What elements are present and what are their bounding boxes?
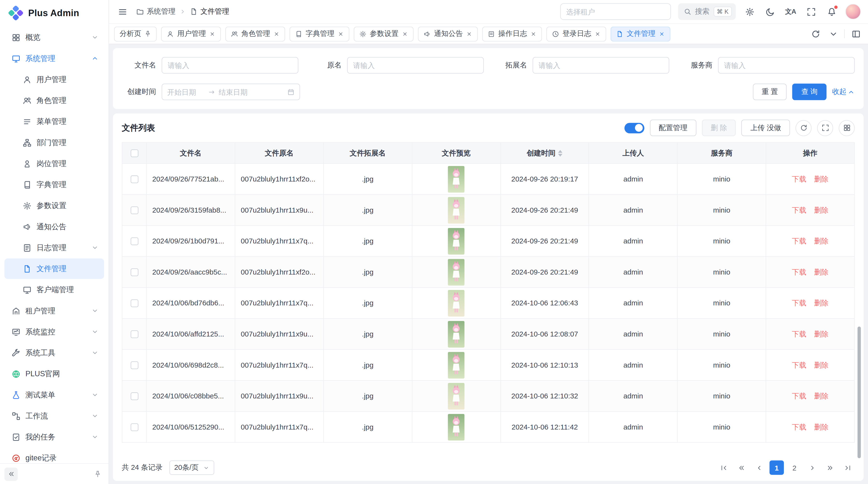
provider-input[interactable] bbox=[718, 57, 855, 73]
download-link[interactable]: 下载 bbox=[792, 267, 807, 276]
download-link[interactable]: 下载 bbox=[792, 299, 807, 307]
select-all-checkbox[interactable] bbox=[130, 150, 138, 157]
download-link[interactable]: 下载 bbox=[792, 205, 807, 214]
tab-close-button[interactable] bbox=[659, 31, 665, 37]
page-button-2[interactable]: 2 bbox=[787, 460, 802, 475]
row-checkbox[interactable] bbox=[130, 175, 138, 183]
table-scrollbar-thumb[interactable] bbox=[858, 327, 861, 458]
row-checkbox[interactable] bbox=[130, 268, 138, 276]
original-name-input[interactable] bbox=[347, 57, 484, 73]
page-size-select[interactable]: 20条/页 bbox=[169, 460, 214, 475]
file-preview-image[interactable] bbox=[448, 414, 465, 440]
download-link[interactable]: 下载 bbox=[792, 361, 807, 369]
sidebar-item-notice[interactable]: 通知公告 bbox=[4, 217, 104, 237]
download-link[interactable]: 下载 bbox=[792, 329, 807, 338]
notifications-button[interactable] bbox=[825, 4, 838, 19]
tab-close-button[interactable] bbox=[273, 31, 279, 37]
tab-close-button[interactable] bbox=[209, 31, 215, 37]
list-toggle-switch[interactable] bbox=[624, 123, 644, 133]
refresh-table-button[interactable] bbox=[796, 120, 812, 136]
config-mgmt-button[interactable]: 配置管理 bbox=[650, 120, 696, 136]
delete-link[interactable]: 删除 bbox=[814, 237, 829, 245]
global-search[interactable]: 搜索 ⌘ K bbox=[678, 3, 736, 20]
tab-notice[interactable]: 通知公告 bbox=[418, 26, 478, 41]
file-preview-image[interactable] bbox=[448, 383, 465, 409]
sidebar-item-test-menu[interactable]: 测试菜单 bbox=[4, 385, 104, 405]
tab-pin-icon[interactable] bbox=[145, 30, 151, 37]
tab-close-button[interactable] bbox=[338, 31, 344, 37]
sort-icon[interactable] bbox=[558, 150, 562, 156]
tab-op-log[interactable]: 操作日志 bbox=[482, 26, 542, 41]
next-page-button[interactable] bbox=[805, 460, 819, 475]
app-logo[interactable]: Plus Admin bbox=[0, 0, 108, 26]
file-preview-image[interactable] bbox=[448, 290, 465, 316]
delete-link[interactable]: 删除 bbox=[814, 423, 829, 431]
sidebar-item-my-tasks[interactable]: 我的任务 bbox=[4, 427, 104, 447]
dark-mode-button[interactable] bbox=[763, 4, 777, 19]
breadcrumb-item-system[interactable]: 系统管理 bbox=[136, 7, 176, 17]
sidebar-item-gitee-log[interactable]: gitee记录 bbox=[4, 448, 104, 463]
sidebar-item-overview[interactable]: 概览 bbox=[4, 27, 104, 48]
collapse-filter-button[interactable]: 收起 bbox=[832, 87, 855, 97]
delete-link[interactable]: 删除 bbox=[814, 299, 829, 307]
sidebar-item-system-mgmt[interactable]: 系统管理 bbox=[4, 48, 104, 69]
file-preview-image[interactable] bbox=[448, 259, 465, 285]
download-link[interactable]: 下载 bbox=[792, 174, 807, 183]
tab-close-button[interactable] bbox=[530, 31, 536, 37]
batch-delete-button[interactable]: 删 除 bbox=[702, 120, 736, 136]
sidebar-item-user-mgmt[interactable]: 用户管理 bbox=[4, 69, 104, 90]
tab-role-mgmt[interactable]: 角色管理 bbox=[225, 26, 285, 41]
delete-link[interactable]: 删除 bbox=[814, 329, 829, 338]
sidebar-item-log-mgmt[interactable]: 日志管理 bbox=[4, 237, 104, 258]
sidebar-item-system-tools[interactable]: 系统工具 bbox=[4, 343, 104, 363]
tab-options-button[interactable] bbox=[827, 27, 840, 41]
reset-button[interactable]: 重 置 bbox=[753, 84, 787, 100]
sidebar-pin-button[interactable] bbox=[91, 467, 104, 481]
sidebar-item-post-mgmt[interactable]: 岗位管理 bbox=[4, 153, 104, 174]
delete-link[interactable]: 删除 bbox=[814, 205, 829, 214]
row-checkbox[interactable] bbox=[130, 300, 138, 307]
sidebar-item-client-mgmt[interactable]: 客户端管理 bbox=[4, 279, 104, 300]
menu-toggle-button[interactable] bbox=[116, 4, 129, 19]
sidebar-item-file-mgmt[interactable]: 文件管理 bbox=[4, 258, 104, 279]
tab-dict-mgmt[interactable]: 字典管理 bbox=[289, 26, 349, 41]
download-link[interactable]: 下载 bbox=[792, 237, 807, 245]
table-fullscreen-button[interactable] bbox=[817, 120, 833, 136]
sidebar-item-tenant-mgmt[interactable]: 租户管理 bbox=[4, 300, 104, 321]
tab-close-button[interactable] bbox=[466, 31, 472, 37]
tab-close-button[interactable] bbox=[402, 31, 408, 37]
sidebar-item-role-mgmt[interactable]: 角色管理 bbox=[4, 90, 104, 110]
page-button-1[interactable]: 1 bbox=[769, 460, 784, 475]
row-checkbox[interactable] bbox=[130, 423, 138, 431]
row-checkbox[interactable] bbox=[130, 330, 138, 338]
prev-page-button[interactable] bbox=[752, 460, 766, 475]
user-avatar[interactable] bbox=[845, 4, 861, 19]
fullscreen-button[interactable] bbox=[804, 4, 817, 19]
jump-back-button[interactable] bbox=[734, 460, 748, 475]
upload-button[interactable]: 上传 没做 bbox=[741, 120, 790, 136]
sidebar-item-param-settings[interactable]: 参数设置 bbox=[4, 195, 104, 216]
jump-forward-button[interactable] bbox=[823, 460, 837, 475]
download-link[interactable]: 下载 bbox=[792, 423, 807, 431]
file-preview-image[interactable] bbox=[448, 352, 465, 378]
row-checkbox[interactable] bbox=[130, 206, 138, 214]
file-preview-image[interactable] bbox=[448, 197, 465, 223]
delete-link[interactable]: 删除 bbox=[814, 174, 829, 183]
delete-link[interactable]: 删除 bbox=[814, 391, 829, 400]
date-range-picker[interactable] bbox=[161, 84, 300, 100]
sidebar-collapse-button[interactable] bbox=[4, 467, 18, 481]
end-date-input[interactable] bbox=[219, 88, 256, 96]
download-link[interactable]: 下载 bbox=[792, 391, 807, 400]
row-checkbox[interactable] bbox=[130, 238, 138, 246]
sidebar-item-menu-mgmt[interactable]: 菜单管理 bbox=[4, 111, 104, 132]
refresh-tab-button[interactable] bbox=[809, 27, 822, 41]
tab-analysis[interactable]: 分析页 bbox=[114, 26, 157, 41]
file-preview-image[interactable] bbox=[448, 321, 465, 347]
sidebar-item-plus-site[interactable]: PLUS官网 bbox=[4, 363, 104, 384]
sidebar-item-dict-mgmt[interactable]: 字典管理 bbox=[4, 174, 104, 195]
file-preview-image[interactable] bbox=[448, 228, 465, 254]
row-checkbox[interactable] bbox=[130, 393, 138, 400]
tab-param-settings[interactable]: 参数设置 bbox=[354, 26, 413, 41]
extension-input[interactable] bbox=[533, 57, 669, 73]
first-page-button[interactable] bbox=[716, 460, 731, 475]
